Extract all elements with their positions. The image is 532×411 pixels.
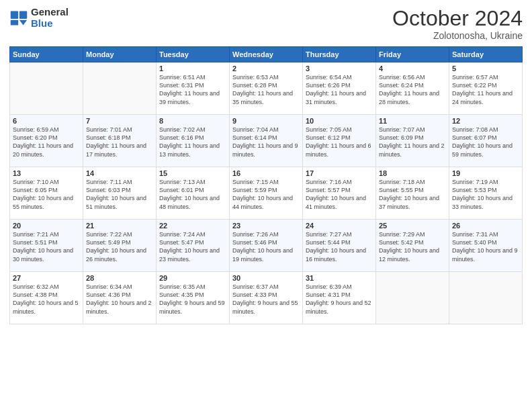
logo-general: General	[31, 7, 69, 18]
col-wednesday: Wednesday	[230, 47, 303, 62]
calendar-cell: 6Sunrise: 6:59 AMSunset: 6:20 PMDaylight…	[10, 115, 83, 167]
col-sunday: Sunday	[10, 47, 83, 62]
calendar-cell: 4Sunrise: 6:56 AMSunset: 6:24 PMDaylight…	[376, 62, 449, 115]
day-number: 26	[452, 222, 519, 230]
day-number: 2	[232, 64, 300, 73]
day-info: Sunrise: 7:01 AMSunset: 6:18 PMDaylight:…	[86, 126, 146, 157]
calendar-cell: 3Sunrise: 6:54 AMSunset: 6:26 PMDaylight…	[303, 62, 376, 115]
calendar-cell: 20Sunrise: 7:21 AMSunset: 5:51 PMDayligh…	[10, 220, 83, 272]
day-number: 10	[306, 117, 373, 125]
calendar-cell: 8Sunrise: 7:02 AMSunset: 6:16 PMDaylight…	[157, 115, 230, 167]
day-number: 16	[232, 169, 300, 177]
calendar-cell: 5Sunrise: 6:57 AMSunset: 6:22 PMDaylight…	[449, 62, 523, 115]
logo-text: General Blue	[31, 7, 69, 29]
day-number: 29	[159, 274, 226, 282]
logo-blue: Blue	[31, 18, 69, 30]
day-info: Sunrise: 7:16 AMSunset: 5:57 PMDaylight:…	[306, 179, 366, 210]
day-info: Sunrise: 7:29 AMSunset: 5:42 PMDaylight:…	[379, 231, 439, 262]
day-number: 30	[232, 274, 300, 282]
calendar-cell: 18Sunrise: 7:18 AMSunset: 5:55 PMDayligh…	[376, 167, 449, 220]
calendar-week-4: 20Sunrise: 7:21 AMSunset: 5:51 PMDayligh…	[10, 220, 523, 272]
month-title: October 2024	[392, 7, 523, 30]
calendar-cell	[10, 62, 83, 115]
day-number: 6	[13, 117, 80, 125]
col-saturday: Saturday	[449, 47, 523, 62]
calendar-cell: 17Sunrise: 7:16 AMSunset: 5:57 PMDayligh…	[303, 167, 376, 220]
calendar-cell: 9Sunrise: 7:04 AMSunset: 6:14 PMDaylight…	[230, 115, 303, 167]
day-number: 20	[13, 222, 80, 230]
day-number: 31	[306, 274, 373, 282]
calendar-body: 1Sunrise: 6:51 AMSunset: 6:31 PMDaylight…	[10, 62, 523, 324]
calendar-cell: 16Sunrise: 7:15 AMSunset: 5:59 PMDayligh…	[230, 167, 303, 220]
day-info: Sunrise: 6:51 AMSunset: 6:31 PMDaylight:…	[159, 74, 220, 105]
calendar-cell: 14Sunrise: 7:11 AMSunset: 6:03 PMDayligh…	[83, 167, 157, 220]
day-number: 1	[159, 64, 226, 73]
calendar-cell: 7Sunrise: 7:01 AMSunset: 6:18 PMDaylight…	[83, 115, 157, 167]
day-number: 3	[306, 64, 373, 73]
calendar-cell: 19Sunrise: 7:19 AMSunset: 5:53 PMDayligh…	[449, 167, 523, 220]
day-info: Sunrise: 7:21 AMSunset: 5:51 PMDaylight:…	[13, 231, 73, 262]
day-info: Sunrise: 6:34 AMSunset: 4:36 PMDaylight:…	[86, 283, 152, 314]
calendar-cell: 25Sunrise: 7:29 AMSunset: 5:42 PMDayligh…	[376, 220, 449, 272]
day-info: Sunrise: 7:10 AMSunset: 6:05 PMDaylight:…	[13, 179, 73, 210]
day-info: Sunrise: 7:02 AMSunset: 6:16 PMDaylight:…	[159, 126, 220, 157]
day-number: 8	[159, 117, 226, 125]
calendar-cell: 12Sunrise: 7:08 AMSunset: 6:07 PMDayligh…	[449, 115, 523, 167]
day-number: 22	[159, 222, 226, 230]
day-info: Sunrise: 7:27 AMSunset: 5:44 PMDaylight:…	[306, 231, 366, 262]
day-number: 13	[13, 169, 80, 177]
day-info: Sunrise: 7:31 AMSunset: 5:40 PMDaylight:…	[452, 231, 518, 262]
calendar-cell: 10Sunrise: 7:05 AMSunset: 6:12 PMDayligh…	[303, 115, 376, 167]
day-number: 17	[306, 169, 373, 177]
day-info: Sunrise: 6:53 AMSunset: 6:28 PMDaylight:…	[232, 74, 293, 105]
day-info: Sunrise: 7:11 AMSunset: 6:03 PMDaylight:…	[86, 179, 146, 210]
location-subtitle: Zolotonosha, Ukraine	[392, 30, 523, 41]
calendar-cell: 30Sunrise: 6:37 AMSunset: 4:33 PMDayligh…	[230, 272, 303, 324]
calendar-cell: 26Sunrise: 7:31 AMSunset: 5:40 PMDayligh…	[449, 220, 523, 272]
day-number: 9	[232, 117, 300, 125]
day-info: Sunrise: 6:56 AMSunset: 6:24 PMDaylight:…	[379, 74, 439, 105]
day-info: Sunrise: 6:59 AMSunset: 6:20 PMDaylight:…	[13, 126, 73, 157]
calendar-cell	[376, 272, 449, 324]
day-info: Sunrise: 6:35 AMSunset: 4:35 PMDaylight:…	[159, 283, 225, 314]
day-info: Sunrise: 7:08 AMSunset: 6:07 PMDaylight:…	[452, 126, 513, 157]
day-number: 14	[86, 169, 153, 177]
calendar-cell: 2Sunrise: 6:53 AMSunset: 6:28 PMDaylight…	[230, 62, 303, 115]
calendar-cell: 24Sunrise: 7:27 AMSunset: 5:44 PMDayligh…	[303, 220, 376, 272]
day-info: Sunrise: 6:32 AMSunset: 4:38 PMDaylight:…	[13, 283, 79, 314]
calendar-week-2: 6Sunrise: 6:59 AMSunset: 6:20 PMDaylight…	[10, 115, 523, 167]
calendar-cell: 23Sunrise: 7:26 AMSunset: 5:46 PMDayligh…	[230, 220, 303, 272]
col-friday: Friday	[376, 47, 449, 62]
calendar-week-3: 13Sunrise: 7:10 AMSunset: 6:05 PMDayligh…	[10, 167, 523, 220]
day-info: Sunrise: 7:13 AMSunset: 6:01 PMDaylight:…	[159, 179, 220, 210]
calendar-cell: 27Sunrise: 6:32 AMSunset: 4:38 PMDayligh…	[10, 272, 83, 324]
calendar-cell: 1Sunrise: 6:51 AMSunset: 6:31 PMDaylight…	[157, 62, 230, 115]
day-number: 7	[86, 117, 153, 125]
svg-rect-2	[11, 19, 18, 25]
day-info: Sunrise: 7:19 AMSunset: 5:53 PMDaylight:…	[452, 179, 513, 210]
col-thursday: Thursday	[303, 47, 376, 62]
logo-icon	[9, 9, 28, 28]
day-number: 25	[379, 222, 446, 230]
calendar-cell: 29Sunrise: 6:35 AMSunset: 4:35 PMDayligh…	[157, 272, 230, 324]
day-info: Sunrise: 7:07 AMSunset: 6:09 PMDaylight:…	[379, 126, 445, 157]
day-number: 4	[379, 64, 446, 73]
day-number: 15	[159, 169, 226, 177]
col-tuesday: Tuesday	[157, 47, 230, 62]
col-monday: Monday	[83, 47, 157, 62]
day-info: Sunrise: 7:18 AMSunset: 5:55 PMDaylight:…	[379, 179, 439, 210]
header: General Blue October 2024 Zolotonosha, U…	[9, 7, 523, 41]
day-number: 18	[379, 169, 446, 177]
calendar-page: General Blue October 2024 Zolotonosha, U…	[0, 0, 532, 411]
day-number: 27	[13, 274, 80, 282]
day-number: 24	[306, 222, 373, 230]
svg-marker-3	[19, 19, 27, 25]
calendar-table: Sunday Monday Tuesday Wednesday Thursday…	[9, 46, 523, 324]
day-number: 11	[379, 117, 446, 125]
calendar-cell	[449, 272, 523, 324]
calendar-cell	[83, 62, 157, 115]
day-number: 28	[86, 274, 153, 282]
calendar-cell: 15Sunrise: 7:13 AMSunset: 6:01 PMDayligh…	[157, 167, 230, 220]
day-number: 19	[452, 169, 519, 177]
calendar-week-5: 27Sunrise: 6:32 AMSunset: 4:38 PMDayligh…	[10, 272, 523, 324]
